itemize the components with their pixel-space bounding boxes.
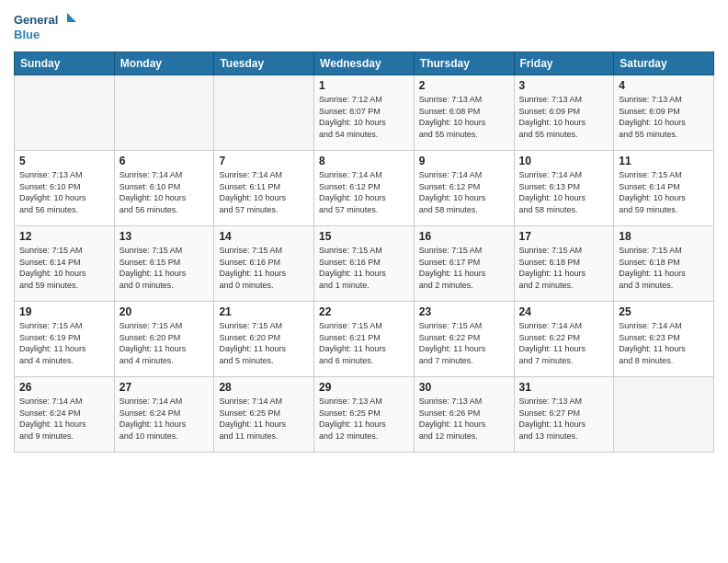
day-cell: 20Sunrise: 7:15 AM Sunset: 6:20 PM Dayli… [114, 302, 214, 377]
day-cell: 24Sunrise: 7:14 AM Sunset: 6:22 PM Dayli… [514, 302, 614, 377]
day-cell: 29Sunrise: 7:13 AM Sunset: 6:25 PM Dayli… [314, 377, 415, 453]
day-number: 7 [219, 155, 309, 167]
day-cell [114, 75, 214, 151]
day-info: Sunrise: 7:14 AM Sunset: 6:12 PM Dayligh… [319, 169, 409, 215]
day-cell: 23Sunrise: 7:15 AM Sunset: 6:22 PM Dayli… [414, 302, 514, 377]
day-number: 5 [19, 155, 109, 167]
logo: General Blue [14, 9, 78, 44]
day-number: 2 [419, 79, 509, 92]
day-info: Sunrise: 7:15 AM Sunset: 6:19 PM Dayligh… [19, 320, 109, 366]
header: General Blue [14, 9, 714, 44]
day-cell: 30Sunrise: 7:13 AM Sunset: 6:26 PM Dayli… [414, 377, 514, 453]
day-number: 23 [419, 305, 509, 318]
day-number: 10 [519, 155, 609, 167]
day-number: 29 [319, 381, 409, 394]
day-number: 9 [419, 155, 509, 167]
day-cell: 8Sunrise: 7:14 AM Sunset: 6:12 PM Daylig… [314, 151, 415, 226]
day-info: Sunrise: 7:15 AM Sunset: 6:15 PM Dayligh… [119, 245, 210, 291]
svg-text:Blue: Blue [14, 28, 40, 41]
day-info: Sunrise: 7:13 AM Sunset: 6:25 PM Dayligh… [319, 396, 409, 442]
day-number: 22 [319, 305, 409, 318]
day-info: Sunrise: 7:13 AM Sunset: 6:09 PM Dayligh… [519, 94, 609, 140]
weekday-saturday: Saturday [614, 52, 714, 75]
day-info: Sunrise: 7:15 AM Sunset: 6:17 PM Dayligh… [419, 245, 509, 291]
day-cell: 18Sunrise: 7:15 AM Sunset: 6:18 PM Dayli… [614, 226, 714, 302]
day-cell: 5Sunrise: 7:13 AM Sunset: 6:10 PM Daylig… [15, 151, 115, 226]
day-cell: 2Sunrise: 7:13 AM Sunset: 6:08 PM Daylig… [414, 75, 514, 151]
day-number: 11 [619, 155, 709, 167]
day-cell [15, 75, 115, 151]
day-number: 1 [319, 79, 409, 92]
day-number: 13 [119, 230, 210, 243]
day-cell: 10Sunrise: 7:14 AM Sunset: 6:13 PM Dayli… [514, 151, 614, 226]
week-row-2: 12Sunrise: 7:15 AM Sunset: 6:14 PM Dayli… [15, 226, 714, 302]
day-number: 3 [519, 79, 609, 92]
weekday-sunday: Sunday [15, 52, 115, 75]
day-cell: 26Sunrise: 7:14 AM Sunset: 6:24 PM Dayli… [15, 377, 115, 453]
weekday-header-row: SundayMondayTuesdayWednesdayThursdayFrid… [15, 52, 714, 75]
day-cell: 11Sunrise: 7:15 AM Sunset: 6:14 PM Dayli… [614, 151, 714, 226]
day-info: Sunrise: 7:13 AM Sunset: 6:09 PM Dayligh… [619, 94, 709, 140]
day-cell: 7Sunrise: 7:14 AM Sunset: 6:11 PM Daylig… [214, 151, 314, 226]
day-number: 19 [19, 305, 109, 318]
day-cell: 6Sunrise: 7:14 AM Sunset: 6:10 PM Daylig… [114, 151, 214, 226]
day-number: 21 [219, 305, 309, 318]
day-info: Sunrise: 7:14 AM Sunset: 6:12 PM Dayligh… [419, 169, 509, 215]
week-row-4: 26Sunrise: 7:14 AM Sunset: 6:24 PM Dayli… [15, 377, 714, 453]
logo-svg: General Blue [14, 9, 78, 44]
day-number: 20 [119, 305, 210, 318]
day-info: Sunrise: 7:14 AM Sunset: 6:23 PM Dayligh… [619, 320, 709, 366]
day-info: Sunrise: 7:14 AM Sunset: 6:13 PM Dayligh… [519, 169, 609, 215]
day-cell: 16Sunrise: 7:15 AM Sunset: 6:17 PM Dayli… [414, 226, 514, 302]
day-cell: 13Sunrise: 7:15 AM Sunset: 6:15 PM Dayli… [114, 226, 214, 302]
weekday-friday: Friday [514, 52, 614, 75]
weekday-thursday: Thursday [414, 52, 514, 75]
day-cell: 27Sunrise: 7:14 AM Sunset: 6:24 PM Dayli… [114, 377, 214, 453]
weekday-tuesday: Tuesday [214, 52, 314, 75]
day-cell [214, 75, 314, 151]
day-number: 8 [319, 155, 409, 167]
week-row-0: 1Sunrise: 7:12 AM Sunset: 6:07 PM Daylig… [15, 75, 714, 151]
day-info: Sunrise: 7:13 AM Sunset: 6:08 PM Dayligh… [419, 94, 509, 140]
day-info: Sunrise: 7:15 AM Sunset: 6:18 PM Dayligh… [619, 245, 709, 291]
day-info: Sunrise: 7:15 AM Sunset: 6:21 PM Dayligh… [319, 320, 409, 366]
day-info: Sunrise: 7:14 AM Sunset: 6:24 PM Dayligh… [119, 396, 210, 442]
day-cell: 25Sunrise: 7:14 AM Sunset: 6:23 PM Dayli… [614, 302, 714, 377]
week-row-3: 19Sunrise: 7:15 AM Sunset: 6:19 PM Dayli… [15, 302, 714, 377]
day-cell: 3Sunrise: 7:13 AM Sunset: 6:09 PM Daylig… [514, 75, 614, 151]
day-number: 4 [619, 79, 709, 92]
day-info: Sunrise: 7:12 AM Sunset: 6:07 PM Dayligh… [319, 94, 409, 140]
day-cell: 31Sunrise: 7:13 AM Sunset: 6:27 PM Dayli… [514, 377, 614, 453]
day-info: Sunrise: 7:15 AM Sunset: 6:18 PM Dayligh… [519, 245, 609, 291]
day-number: 26 [19, 381, 109, 394]
day-info: Sunrise: 7:15 AM Sunset: 6:20 PM Dayligh… [119, 320, 210, 366]
day-info: Sunrise: 7:15 AM Sunset: 6:22 PM Dayligh… [419, 320, 509, 366]
day-number: 12 [19, 230, 109, 243]
day-number: 6 [119, 155, 210, 167]
day-cell: 17Sunrise: 7:15 AM Sunset: 6:18 PM Dayli… [514, 226, 614, 302]
calendar-table: SundayMondayTuesdayWednesdayThursdayFrid… [14, 52, 714, 453]
day-number: 24 [519, 305, 609, 318]
day-number: 16 [419, 230, 509, 243]
day-info: Sunrise: 7:13 AM Sunset: 6:10 PM Dayligh… [19, 169, 109, 215]
day-number: 27 [119, 381, 210, 394]
day-number: 30 [419, 381, 509, 394]
day-cell: 15Sunrise: 7:15 AM Sunset: 6:16 PM Dayli… [314, 226, 415, 302]
day-cell: 1Sunrise: 7:12 AM Sunset: 6:07 PM Daylig… [314, 75, 415, 151]
week-row-1: 5Sunrise: 7:13 AM Sunset: 6:10 PM Daylig… [15, 151, 714, 226]
svg-text:General: General [14, 13, 58, 27]
day-cell [614, 377, 714, 453]
day-number: 14 [219, 230, 309, 243]
day-info: Sunrise: 7:14 AM Sunset: 6:24 PM Dayligh… [19, 396, 109, 442]
day-cell: 4Sunrise: 7:13 AM Sunset: 6:09 PM Daylig… [614, 75, 714, 151]
day-number: 15 [319, 230, 409, 243]
day-number: 18 [619, 230, 709, 243]
day-cell: 12Sunrise: 7:15 AM Sunset: 6:14 PM Dayli… [15, 226, 115, 302]
day-info: Sunrise: 7:15 AM Sunset: 6:16 PM Dayligh… [219, 245, 309, 291]
day-number: 17 [519, 230, 609, 243]
day-info: Sunrise: 7:14 AM Sunset: 6:25 PM Dayligh… [219, 396, 309, 442]
svg-marker-2 [67, 13, 76, 22]
page: General Blue SundayMondayTuesdayWednesda… [0, 0, 728, 563]
day-number: 25 [619, 305, 709, 318]
day-info: Sunrise: 7:13 AM Sunset: 6:27 PM Dayligh… [519, 396, 609, 442]
